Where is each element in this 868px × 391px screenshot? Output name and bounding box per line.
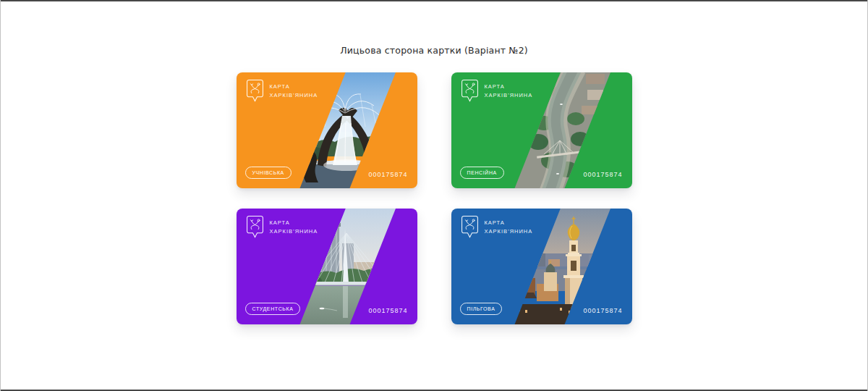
logo-line2: ХАРКІВ’ЯНИНА: [270, 91, 318, 100]
card-studentska: КАРТА ХАРКІВ’ЯНИНА СТУДЕНТСЬКА 000175874: [237, 209, 417, 324]
card-number: 000175874: [368, 307, 407, 314]
logo-line1: КАРТА: [270, 219, 318, 227]
card-type-badge: УЧНІВСЬКА: [245, 167, 292, 179]
cards-grid: КАРТА ХАРКІВ’ЯНИНА УЧНІВСЬКА 000175874: [237, 72, 632, 324]
kharkiv-emblem-icon: [461, 79, 479, 103]
card-number: 000175874: [583, 307, 622, 314]
page-title: Лицьова сторона картки (Варіант №2): [0, 45, 868, 56]
card-uchnivska: КАРТА ХАРКІВ’ЯНИНА УЧНІВСЬКА 000175874: [237, 72, 417, 188]
card-logo: КАРТА ХАРКІВ’ЯНИНА: [246, 79, 318, 103]
card-logo: КАРТА ХАРКІВ’ЯНИНА: [461, 215, 533, 239]
logo-line1: КАРТА: [270, 83, 318, 91]
kharkiv-emblem-icon: [461, 215, 479, 239]
frame-border-left: [0, 0, 1, 391]
logo-line1: КАРТА: [485, 219, 533, 227]
logo-line1: КАРТА: [485, 83, 533, 91]
card-number: 000175874: [368, 171, 407, 178]
card-pensiina: КАРТА ХАРКІВ’ЯНИНА ПЕНСІЙНА 000175874: [451, 72, 632, 188]
kharkiv-emblem-icon: [246, 215, 264, 239]
card-logo: КАРТА ХАРКІВ’ЯНИНА: [461, 79, 533, 103]
card-pilhova: КАРТА ХАРКІВ’ЯНИНА ПІЛЬГОВА 000175874: [451, 209, 632, 324]
card-logo: КАРТА ХАРКІВ’ЯНИНА: [246, 215, 318, 239]
logo-line2: ХАРКІВ’ЯНИНА: [270, 227, 318, 236]
card-type-badge: ПІЛЬГОВА: [460, 303, 503, 315]
kharkiv-emblem-icon: [246, 79, 264, 103]
frame-border-top: [0, 0, 868, 1]
card-type-badge: ПЕНСІЙНА: [460, 167, 504, 179]
card-type-badge: СТУДЕНТСЬКА: [245, 303, 301, 315]
card-number: 000175874: [583, 171, 622, 178]
logo-line2: ХАРКІВ’ЯНИНА: [485, 227, 533, 236]
logo-line2: ХАРКІВ’ЯНИНА: [485, 91, 533, 100]
